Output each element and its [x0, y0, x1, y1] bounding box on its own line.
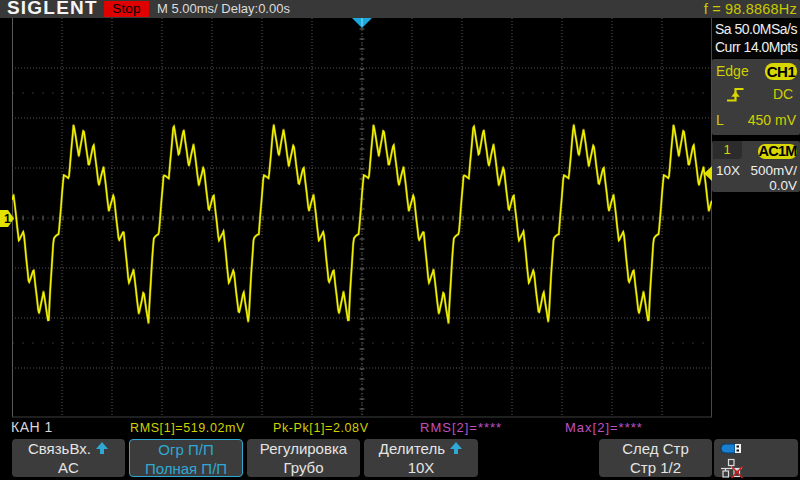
- svg-text:1: 1: [4, 212, 11, 226]
